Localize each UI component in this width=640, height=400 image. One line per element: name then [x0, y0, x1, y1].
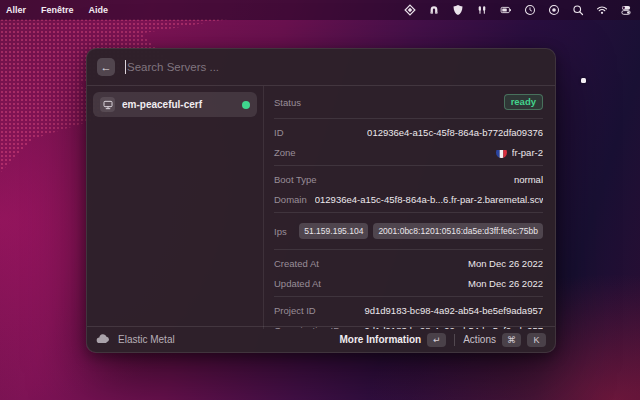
- battery-icon[interactable]: [499, 4, 512, 17]
- record-icon[interactable]: [547, 4, 560, 17]
- compass-icon[interactable]: [403, 4, 416, 17]
- project-id-value: 9d1d9183-bc98-4a92-ab54-be5ef9ada957: [364, 305, 543, 316]
- menu-item-aide[interactable]: Aide: [89, 5, 109, 15]
- divider: [274, 296, 543, 297]
- project-id-label: Project ID: [274, 305, 316, 316]
- k-key-badge: K: [527, 333, 546, 347]
- back-arrow-icon: ←: [101, 58, 112, 76]
- detail-row-domain: Domain 012936e4-a15c-45f8-864a-b...6.fr-…: [274, 189, 543, 209]
- footer-source-label: Elastic Metal: [118, 334, 175, 345]
- detail-row-updated-at: Updated At Mon Dec 26 2022: [274, 273, 543, 293]
- detail-row-created-at: Created At Mon Dec 26 2022: [274, 253, 543, 273]
- status-label: Status: [274, 97, 301, 108]
- more-information-button[interactable]: More Information: [340, 334, 422, 345]
- search-icon[interactable]: [571, 4, 584, 17]
- detail-pane: Status ready ID 012936e4-a15c-45f8-864a-…: [263, 86, 555, 329]
- boot-type-value: normal: [514, 174, 543, 185]
- enter-key-badge: ↵: [427, 333, 446, 347]
- back-button[interactable]: ←: [97, 58, 115, 76]
- launcher-window: ← Search Servers ... em-peaceful-cerf St…: [86, 48, 556, 353]
- ipv6-chip: 2001:0bc8:1201:0516:da5e:d3ff:fe6c:75bb: [373, 223, 543, 239]
- created-at-label: Created At: [274, 258, 319, 269]
- server-status-dot: [242, 101, 250, 109]
- text-caret: [125, 60, 126, 74]
- mouse-cursor: [581, 78, 586, 83]
- detail-row-status: Status ready: [274, 89, 543, 115]
- window-footer: Elastic Metal More Information ↵ Actions…: [87, 326, 555, 352]
- divider: [274, 212, 543, 213]
- airpods-icon[interactable]: [475, 4, 488, 17]
- updated-at-label: Updated At: [274, 278, 321, 289]
- domain-label: Domain: [274, 194, 307, 205]
- updated-at-value: Mon Dec 26 2022: [468, 278, 543, 289]
- divider: [274, 118, 543, 119]
- search-placeholder: Search Servers ...: [127, 61, 219, 73]
- actions-button[interactable]: Actions: [463, 334, 496, 345]
- clock-icon[interactable]: [523, 4, 536, 17]
- server-list: em-peaceful-cerf: [87, 86, 263, 329]
- divider: [274, 249, 543, 250]
- desktop: Aller Fenêtre Aide: [0, 0, 640, 400]
- detail-row-boot-type: Boot Type normal: [274, 169, 543, 189]
- ipv4-chip: 51.159.195.104: [299, 223, 368, 239]
- search-input[interactable]: Search Servers ...: [125, 60, 219, 74]
- domain-value: 012936e4-a15c-45f8-864a-b...6.fr-par-2.b…: [315, 194, 543, 205]
- detail-row-ips: Ips 51.159.195.104 2001:0bc8:1201:0516:d…: [274, 216, 543, 246]
- menu-item-aller[interactable]: Aller: [6, 5, 26, 15]
- cmd-key-badge: ⌘: [502, 333, 521, 347]
- zone-label: Zone: [274, 147, 296, 158]
- divider: [274, 165, 543, 166]
- menu-item-fenetre[interactable]: Fenêtre: [41, 5, 74, 15]
- server-icon: [100, 97, 115, 112]
- magnet-icon[interactable]: [427, 4, 440, 17]
- status-badge: ready: [504, 94, 543, 110]
- search-header: ← Search Servers ...: [87, 49, 555, 86]
- boot-type-label: Boot Type: [274, 174, 317, 185]
- elastic-metal-cloud-icon: [96, 334, 110, 346]
- detail-row-zone: Zone fr-par-2: [274, 142, 543, 162]
- ips-label: Ips: [274, 226, 287, 237]
- menu-bar-status-icons: [403, 4, 640, 17]
- zone-value: fr-par-2: [512, 147, 543, 158]
- created-at-value: Mon Dec 26 2022: [468, 258, 543, 269]
- id-value: 012936e4-a15c-45f8-864a-b772dfa09376: [367, 127, 543, 138]
- detail-row-project-id: Project ID 9d1d9183-bc98-4a92-ab54-be5ef…: [274, 300, 543, 320]
- id-label: ID: [274, 127, 284, 138]
- detail-row-id: ID 012936e4-a15c-45f8-864a-b772dfa09376: [274, 122, 543, 142]
- control-center-icon[interactable]: [619, 4, 632, 17]
- menu-bar-items: Aller Fenêtre Aide: [0, 5, 108, 15]
- footer-divider: [454, 334, 455, 346]
- menu-bar: Aller Fenêtre Aide: [0, 0, 640, 20]
- france-flag-icon: [496, 147, 507, 158]
- wifi-icon[interactable]: [595, 4, 608, 17]
- server-name: em-peaceful-cerf: [122, 99, 235, 110]
- server-list-item[interactable]: em-peaceful-cerf: [93, 92, 257, 117]
- shield-icon[interactable]: [451, 4, 464, 17]
